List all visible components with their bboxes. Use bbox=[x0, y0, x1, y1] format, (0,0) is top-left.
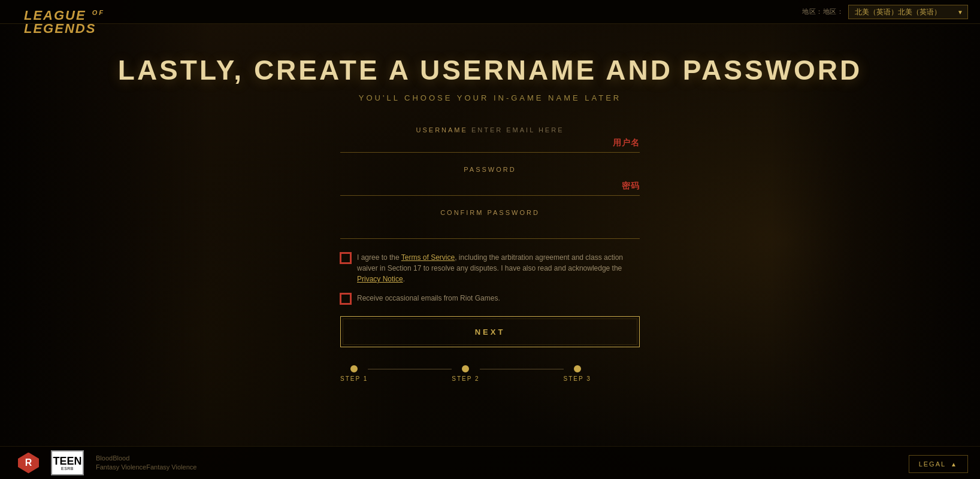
step-line-2 bbox=[480, 365, 564, 369]
region-label: 地区：地区： bbox=[802, 7, 843, 16]
password-hint: 密码 bbox=[622, 181, 640, 192]
riot-icon: R bbox=[18, 453, 39, 474]
tos-text-before: I agree to the bbox=[357, 253, 401, 262]
content-descriptors: BloodBlood Fantasy ViolenceFantasy Viole… bbox=[96, 454, 196, 472]
password-label: PASSWORD bbox=[340, 166, 640, 173]
step-connector-2 bbox=[480, 369, 564, 369]
tos-checkbox[interactable] bbox=[340, 253, 351, 263]
email-checkbox[interactable] bbox=[340, 293, 351, 304]
username-hint: 用户名 bbox=[613, 138, 640, 148]
confirm-password-input-row bbox=[340, 220, 640, 239]
region-select[interactable]: 北美（英语）北美（英语） bbox=[848, 5, 968, 19]
step-connector-1 bbox=[368, 369, 452, 369]
chevron-up-icon: ▲ bbox=[951, 461, 958, 468]
username-input-row: 用户名 bbox=[340, 134, 640, 153]
top-bar: 地区：地区： 北美（英语）北美（英语） ▼ bbox=[0, 0, 980, 24]
tos-checkbox-row: I agree to the Terms of Service, includi… bbox=[340, 252, 640, 284]
logo-legends-text: Legends bbox=[24, 22, 105, 35]
tos-text-end: . bbox=[403, 275, 405, 283]
checkboxes-container: I agree to the Terms of Service, includi… bbox=[340, 252, 640, 304]
step-line-1 bbox=[368, 365, 452, 369]
riot-r-letter: R bbox=[25, 457, 32, 468]
confirm-password-input[interactable] bbox=[340, 220, 640, 239]
username-input[interactable] bbox=[340, 134, 640, 153]
confirm-password-label: CONFIRM PASSWORD bbox=[340, 209, 640, 216]
logo-league-text: League OF bbox=[24, 9, 105, 22]
password-input-row: 密码 bbox=[340, 177, 640, 196]
password-input[interactable] bbox=[340, 177, 640, 196]
step-2-label: STEP 2 bbox=[452, 375, 479, 382]
descriptor-line-2: Fantasy ViolenceFantasy Violence bbox=[96, 463, 196, 471]
tos-label: I agree to the Terms of Service, includi… bbox=[357, 252, 640, 284]
region-select-wrapper[interactable]: 北美（英语）北美（英语） ▼ bbox=[848, 5, 968, 19]
email-label: Receive occasional emails from Riot Game… bbox=[357, 293, 500, 304]
next-button[interactable]: NEXT bbox=[340, 316, 640, 347]
step-2-wrapper: STEP 2 bbox=[452, 365, 479, 382]
password-field-group: PASSWORD 密码 bbox=[340, 166, 640, 196]
username-label-row: USERNAME ENTER EMAIL HERE bbox=[340, 126, 640, 134]
email-checkbox-row: Receive occasional emails from Riot Game… bbox=[340, 293, 640, 304]
esrb-rating-box: TEEN ESRB bbox=[51, 450, 84, 475]
bottom-bar: R TEEN ESRB BloodBlood Fantasy ViolenceF… bbox=[0, 446, 980, 479]
step-1-wrapper: STEP 1 bbox=[340, 365, 368, 382]
rating-label-text: ESRB bbox=[61, 466, 74, 471]
username-label: USERNAME bbox=[416, 126, 468, 134]
confirm-password-field-group: CONFIRM PASSWORD bbox=[340, 209, 640, 239]
logo: League OF Legends bbox=[24, 9, 105, 35]
page-subtitle: YOU'LL CHOOSE YOUR IN-GAME NAME LATER bbox=[359, 93, 621, 102]
page-title: LASTLY, CREATE A USERNAME AND PASSWORD bbox=[118, 54, 862, 86]
form-container: USERNAME ENTER EMAIL HERE 用户名 PASSWORD 密… bbox=[340, 126, 640, 382]
step-3-wrapper: STEP 3 bbox=[564, 365, 591, 382]
legal-button[interactable]: LEGAL ▲ bbox=[909, 455, 968, 473]
step-3-dot bbox=[574, 365, 581, 372]
privacy-link[interactable]: Privacy Notice bbox=[357, 275, 403, 283]
legal-label: LEGAL bbox=[919, 460, 946, 468]
step-1-dot bbox=[350, 365, 358, 372]
username-field-group: USERNAME ENTER EMAIL HERE 用户名 bbox=[340, 126, 640, 153]
steps-container: STEP 1 STEP 2 STEP 3 bbox=[340, 365, 640, 382]
rating-teen-text: TEEN bbox=[53, 456, 81, 466]
step-3-label: STEP 3 bbox=[564, 375, 591, 382]
main-content: LASTLY, CREATE A USERNAME AND PASSWORD Y… bbox=[0, 24, 980, 479]
tos-link[interactable]: Terms of Service bbox=[401, 253, 455, 262]
username-placeholder-label: ENTER EMAIL HERE bbox=[468, 126, 564, 134]
step-2-dot bbox=[462, 365, 469, 372]
step-1-label: STEP 1 bbox=[340, 375, 368, 382]
descriptor-line-1: BloodBlood bbox=[96, 454, 129, 462]
